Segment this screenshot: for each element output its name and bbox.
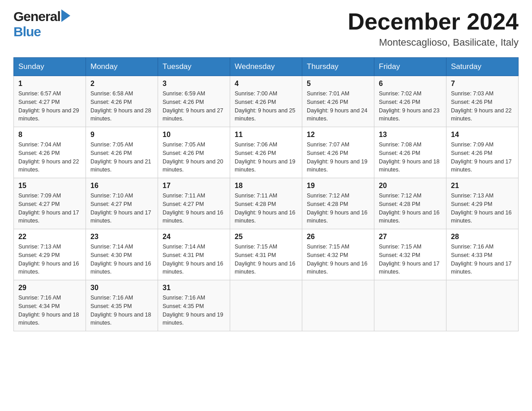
header-friday: Friday [374, 58, 446, 76]
day-number: 7 [451, 80, 514, 88]
calendar-cell: 27 Sunrise: 7:15 AMSunset: 4:32 PMDaylig… [374, 229, 446, 280]
day-info: Sunrise: 7:15 AMSunset: 4:32 PMDaylight:… [307, 243, 369, 276]
header-thursday: Thursday [302, 58, 374, 76]
day-info: Sunrise: 7:12 AMSunset: 4:28 PMDaylight:… [307, 192, 369, 225]
day-number: 25 [235, 233, 297, 241]
day-info: Sunrise: 7:09 AMSunset: 4:27 PMDaylight:… [18, 192, 81, 225]
day-info: Sunrise: 7:16 AMSunset: 4:33 PMDaylight:… [451, 243, 514, 276]
day-number: 20 [379, 182, 442, 190]
calendar-cell [230, 280, 302, 331]
day-number: 3 [163, 80, 225, 88]
calendar-cell: 13 Sunrise: 7:08 AMSunset: 4:26 PMDaylig… [374, 127, 446, 178]
calendar-cell: 22 Sunrise: 7:13 AMSunset: 4:29 PMDaylig… [14, 229, 86, 280]
calendar-cell: 24 Sunrise: 7:14 AMSunset: 4:31 PMDaylig… [158, 229, 230, 280]
day-info: Sunrise: 7:09 AMSunset: 4:26 PMDaylight:… [451, 141, 514, 174]
day-info: Sunrise: 7:16 AMSunset: 4:35 PMDaylight:… [90, 294, 153, 327]
day-info: Sunrise: 7:04 AMSunset: 4:26 PMDaylight:… [18, 141, 81, 174]
logo: General Blue [13, 9, 70, 39]
header-tuesday: Tuesday [158, 58, 230, 76]
day-number: 27 [379, 233, 442, 241]
day-number: 4 [235, 80, 297, 88]
day-number: 15 [18, 182, 81, 190]
calendar-cell: 8 Sunrise: 7:04 AMSunset: 4:26 PMDayligh… [14, 127, 86, 178]
day-info: Sunrise: 7:14 AMSunset: 4:30 PMDaylight:… [90, 243, 153, 276]
month-title: December 2024 [348, 9, 519, 34]
day-number: 22 [18, 233, 81, 241]
calendar-cell: 31 Sunrise: 7:16 AMSunset: 4:35 PMDaylig… [158, 280, 230, 331]
calendar-cell: 19 Sunrise: 7:12 AMSunset: 4:28 PMDaylig… [302, 178, 374, 229]
day-info: Sunrise: 6:59 AMSunset: 4:26 PMDaylight:… [163, 90, 225, 123]
logo-blue-text: Blue [13, 24, 41, 39]
day-info: Sunrise: 7:03 AMSunset: 4:26 PMDaylight:… [451, 90, 514, 123]
day-number: 2 [90, 80, 153, 88]
calendar-cell: 11 Sunrise: 7:06 AMSunset: 4:26 PMDaylig… [230, 127, 302, 178]
day-info: Sunrise: 7:07 AMSunset: 4:26 PMDaylight:… [307, 141, 369, 174]
day-number: 31 [163, 284, 225, 292]
day-number: 6 [379, 80, 442, 88]
calendar-cell: 25 Sunrise: 7:15 AMSunset: 4:31 PMDaylig… [230, 229, 302, 280]
calendar-cell: 23 Sunrise: 7:14 AMSunset: 4:30 PMDaylig… [86, 229, 158, 280]
day-number: 26 [307, 233, 369, 241]
calendar-cell: 21 Sunrise: 7:13 AMSunset: 4:29 PMDaylig… [446, 178, 519, 229]
calendar-cell: 30 Sunrise: 7:16 AMSunset: 4:35 PMDaylig… [86, 280, 158, 331]
calendar-cell: 1 Sunrise: 6:57 AMSunset: 4:27 PMDayligh… [14, 76, 86, 127]
calendar-cell: 9 Sunrise: 7:05 AMSunset: 4:26 PMDayligh… [86, 127, 158, 178]
day-number: 29 [18, 284, 81, 292]
calendar-cell: 5 Sunrise: 7:01 AMSunset: 4:26 PMDayligh… [302, 76, 374, 127]
calendar-header-row: SundayMondayTuesdayWednesdayThursdayFrid… [14, 58, 519, 76]
day-info: Sunrise: 7:14 AMSunset: 4:31 PMDaylight:… [163, 243, 225, 276]
day-info: Sunrise: 7:05 AMSunset: 4:26 PMDaylight:… [163, 141, 225, 174]
calendar-week-row: 8 Sunrise: 7:04 AMSunset: 4:26 PMDayligh… [14, 127, 519, 178]
day-number: 10 [163, 131, 225, 139]
calendar-cell: 10 Sunrise: 7:05 AMSunset: 4:26 PMDaylig… [158, 127, 230, 178]
calendar-cell: 15 Sunrise: 7:09 AMSunset: 4:27 PMDaylig… [14, 178, 86, 229]
calendar-cell: 20 Sunrise: 7:12 AMSunset: 4:28 PMDaylig… [374, 178, 446, 229]
header-monday: Monday [86, 58, 158, 76]
day-info: Sunrise: 7:13 AMSunset: 4:29 PMDaylight:… [18, 243, 81, 276]
calendar-cell: 2 Sunrise: 6:58 AMSunset: 4:26 PMDayligh… [86, 76, 158, 127]
calendar-cell: 14 Sunrise: 7:09 AMSunset: 4:26 PMDaylig… [446, 127, 519, 178]
header-saturday: Saturday [446, 58, 519, 76]
day-info: Sunrise: 6:57 AMSunset: 4:27 PMDaylight:… [18, 90, 81, 123]
calendar-cell: 3 Sunrise: 6:59 AMSunset: 4:26 PMDayligh… [158, 76, 230, 127]
calendar-cell: 26 Sunrise: 7:15 AMSunset: 4:32 PMDaylig… [302, 229, 374, 280]
title-section: December 2024 Montescaglioso, Basilicate… [348, 9, 519, 48]
day-number: 23 [90, 233, 153, 241]
calendar-table: SundayMondayTuesdayWednesdayThursdayFrid… [13, 57, 519, 331]
day-info: Sunrise: 7:16 AMSunset: 4:34 PMDaylight:… [18, 294, 81, 327]
calendar-cell [446, 280, 519, 331]
day-info: Sunrise: 7:08 AMSunset: 4:26 PMDaylight:… [379, 141, 442, 174]
day-number: 14 [451, 131, 514, 139]
calendar-week-row: 22 Sunrise: 7:13 AMSunset: 4:29 PMDaylig… [14, 229, 519, 280]
location-text: Montescaglioso, Basilicate, Italy [348, 37, 519, 48]
day-number: 9 [90, 131, 153, 139]
day-info: Sunrise: 7:01 AMSunset: 4:26 PMDaylight:… [307, 90, 369, 123]
calendar-cell [302, 280, 374, 331]
day-number: 11 [235, 131, 297, 139]
day-info: Sunrise: 7:02 AMSunset: 4:26 PMDaylight:… [379, 90, 442, 123]
day-number: 1 [18, 80, 81, 88]
day-number: 21 [451, 182, 514, 190]
calendar-cell: 16 Sunrise: 7:10 AMSunset: 4:27 PMDaylig… [86, 178, 158, 229]
day-info: Sunrise: 7:10 AMSunset: 4:27 PMDaylight:… [90, 192, 153, 225]
day-info: Sunrise: 7:00 AMSunset: 4:26 PMDaylight:… [235, 90, 297, 123]
day-info: Sunrise: 7:15 AMSunset: 4:31 PMDaylight:… [235, 243, 297, 276]
calendar-cell: 4 Sunrise: 7:00 AMSunset: 4:26 PMDayligh… [230, 76, 302, 127]
logo-arrow-icon [61, 9, 70, 22]
day-number: 13 [379, 131, 442, 139]
calendar-week-row: 29 Sunrise: 7:16 AMSunset: 4:34 PMDaylig… [14, 280, 519, 331]
header-wednesday: Wednesday [230, 58, 302, 76]
day-number: 12 [307, 131, 369, 139]
calendar-week-row: 15 Sunrise: 7:09 AMSunset: 4:27 PMDaylig… [14, 178, 519, 229]
header-sunday: Sunday [14, 58, 86, 76]
day-number: 16 [90, 182, 153, 190]
day-info: Sunrise: 7:05 AMSunset: 4:26 PMDaylight:… [90, 141, 153, 174]
day-info: Sunrise: 6:58 AMSunset: 4:26 PMDaylight:… [90, 90, 153, 123]
day-info: Sunrise: 7:12 AMSunset: 4:28 PMDaylight:… [379, 192, 442, 225]
day-number: 30 [90, 284, 153, 292]
calendar-cell: 7 Sunrise: 7:03 AMSunset: 4:26 PMDayligh… [446, 76, 519, 127]
calendar-cell: 18 Sunrise: 7:11 AMSunset: 4:28 PMDaylig… [230, 178, 302, 229]
day-number: 18 [235, 182, 297, 190]
calendar-cell [374, 280, 446, 331]
logo-general-text: General [13, 9, 60, 24]
